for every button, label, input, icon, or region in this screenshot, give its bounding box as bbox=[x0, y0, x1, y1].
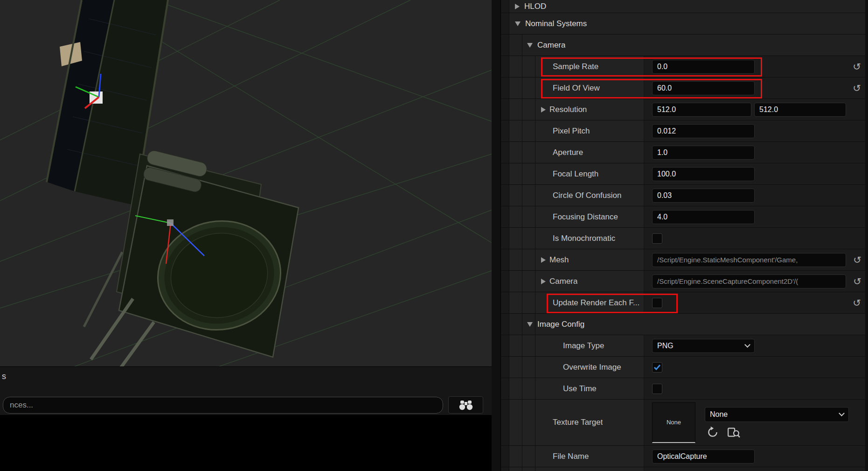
row-mesh: Mesh /Script/Engine.StaticMeshComponent'… bbox=[501, 249, 868, 271]
collapsed-arrow-icon[interactable] bbox=[541, 257, 546, 263]
texture-target-thumbnail[interactable]: None bbox=[652, 402, 695, 443]
hlod-category-label: HLOD bbox=[524, 2, 546, 11]
row-hlod[interactable]: HLOD bbox=[501, 0, 868, 13]
pixel-pitch-input[interactable]: 0.012 bbox=[652, 124, 755, 138]
indent-rail bbox=[501, 314, 509, 335]
indent-rail bbox=[501, 249, 509, 270]
scene-render bbox=[0, 0, 492, 366]
image-type-dropdown[interactable]: PNG bbox=[652, 339, 755, 353]
update-render-label: Update Render Each F... bbox=[553, 298, 639, 308]
row-partial bbox=[501, 467, 868, 471]
indent-rail bbox=[501, 400, 509, 445]
row-aperture: Aperture 1.0 bbox=[501, 142, 868, 163]
indent-rail bbox=[501, 467, 509, 471]
row-focusing-distance: Focusing Distance 4.0 bbox=[501, 206, 868, 228]
file-name-label: File Name bbox=[553, 452, 589, 461]
row-focal-length: Focal Length 100.0 bbox=[501, 163, 868, 185]
use-time-checkbox[interactable] bbox=[652, 384, 662, 394]
focal-length-label: Focal Length bbox=[553, 169, 598, 179]
row-overwrite-image: Overwrite Image bbox=[501, 357, 868, 378]
indent-rail bbox=[501, 13, 509, 34]
texture-target-selected-value: None bbox=[710, 410, 728, 419]
collapsed-arrow-icon[interactable] bbox=[541, 107, 546, 112]
use-selected-asset-icon[interactable] bbox=[707, 426, 719, 438]
camera-property-label: Camera bbox=[549, 277, 577, 286]
row-sample-rate: Sample Rate 0.0 ↺ bbox=[501, 56, 868, 77]
indent-rail bbox=[501, 0, 509, 13]
focusing-distance-input[interactable]: 4.0 bbox=[652, 210, 755, 224]
circle-of-confusion-input[interactable]: 0.03 bbox=[652, 189, 755, 203]
row-camera-section[interactable]: Camera bbox=[501, 35, 868, 56]
reset-to-default-icon[interactable]: ↺ bbox=[853, 83, 861, 93]
find-in-viewport-button[interactable] bbox=[448, 396, 483, 414]
collapsed-arrow-icon[interactable] bbox=[541, 279, 546, 284]
file-name-input[interactable]: OpticalCapture bbox=[652, 450, 755, 464]
row-camera-property: Camera /Script/Engine.SceneCaptureCompon… bbox=[501, 271, 868, 292]
aperture-input[interactable]: 1.0 bbox=[652, 146, 755, 160]
editor-screen: s HLOD bbox=[0, 0, 868, 471]
focusing-distance-label: Focusing Distance bbox=[553, 212, 618, 222]
expanded-arrow-icon[interactable] bbox=[515, 21, 521, 26]
row-texture-target: Texture Target None None bbox=[501, 400, 868, 446]
row-update-render-each-frame: Update Render Each F... ↺ bbox=[501, 292, 868, 314]
sample-rate-input[interactable]: 0.0 bbox=[652, 60, 755, 74]
indent-rail bbox=[501, 120, 509, 141]
indent-rail bbox=[501, 35, 509, 56]
reset-to-default-icon[interactable]: ↺ bbox=[853, 298, 861, 308]
update-render-checkbox[interactable] bbox=[652, 298, 662, 308]
empty-results-area bbox=[0, 415, 492, 471]
indent-rail bbox=[501, 357, 509, 378]
camera-section-label: Camera bbox=[537, 41, 565, 50]
reset-to-default-icon[interactable]: ↺ bbox=[853, 62, 861, 71]
indent-rail bbox=[501, 206, 509, 227]
reset-to-default-icon[interactable]: ↺ bbox=[853, 276, 861, 286]
indent-rail bbox=[501, 378, 509, 399]
collapsed-arrow-icon[interactable] bbox=[515, 4, 520, 9]
panel-scrollbar[interactable] bbox=[865, 0, 868, 471]
camera-reference-field[interactable]: /Script/Engine.SceneCaptureComponent2D'/… bbox=[652, 274, 846, 288]
row-resolution: Resolution 512.0 512.0 bbox=[501, 99, 868, 120]
expanded-arrow-icon[interactable] bbox=[527, 43, 533, 48]
chevron-down-icon bbox=[839, 410, 845, 416]
image-type-selected-value: PNG bbox=[657, 342, 674, 350]
row-is-monochromatic: Is Monochromatic bbox=[501, 228, 868, 249]
use-time-label: Use Time bbox=[563, 384, 597, 394]
indent-rail bbox=[501, 99, 509, 120]
expanded-arrow-icon[interactable] bbox=[527, 322, 533, 327]
texture-target-label: Texture Target bbox=[553, 418, 603, 427]
indent-rail bbox=[501, 56, 509, 77]
is-monochromatic-checkbox[interactable] bbox=[652, 233, 662, 244]
browse-to-asset-icon[interactable] bbox=[727, 426, 740, 438]
indent-rail bbox=[501, 142, 509, 163]
row-image-config[interactable]: Image Config bbox=[501, 314, 868, 335]
resolution-x-input[interactable]: 512.0 bbox=[652, 103, 751, 117]
row-image-type: Image Type PNG bbox=[501, 335, 868, 357]
resolution-label: Resolution bbox=[549, 105, 587, 114]
panel-divider[interactable] bbox=[492, 0, 501, 471]
row-pixel-pitch: Pixel Pitch 0.012 bbox=[501, 120, 868, 142]
mesh-label: Mesh bbox=[549, 255, 569, 265]
indent-rail bbox=[501, 446, 509, 467]
mesh-reference-field[interactable]: /Script/Engine.StaticMeshComponent'/Game… bbox=[652, 253, 846, 267]
row-nominal-systems[interactable]: Nominal Systems bbox=[501, 13, 868, 35]
circle-of-confusion-label: Circle Of Confusion bbox=[553, 191, 621, 200]
texture-target-dropdown[interactable]: None bbox=[705, 407, 849, 422]
indent-rail bbox=[501, 163, 509, 184]
overwrite-image-checkbox[interactable] bbox=[652, 362, 662, 373]
viewport-3d[interactable]: s bbox=[0, 0, 492, 471]
satellite-model[interactable] bbox=[47, 0, 299, 366]
field-of-view-input[interactable]: 60.0 bbox=[652, 81, 755, 95]
focal-length-input[interactable]: 100.0 bbox=[652, 167, 755, 181]
resolution-y-input[interactable]: 512.0 bbox=[754, 103, 846, 117]
row-file-name: File Name OpticalCapture bbox=[501, 446, 868, 467]
reset-to-default-icon[interactable]: ↺ bbox=[853, 255, 861, 265]
indent-rail bbox=[501, 228, 509, 249]
details-panel: HLOD Nominal Systems Camera Sample Rate bbox=[501, 0, 868, 471]
row-field-of-view: Field Of View 60.0 ↺ bbox=[501, 77, 868, 99]
search-input[interactable] bbox=[3, 397, 443, 414]
field-of-view-label: Field Of View bbox=[553, 84, 600, 93]
binoculars-icon bbox=[458, 400, 473, 411]
viewport-3d-canvas[interactable] bbox=[0, 0, 492, 366]
sample-rate-label: Sample Rate bbox=[553, 62, 598, 71]
is-monochromatic-label: Is Monochromatic bbox=[553, 234, 615, 243]
